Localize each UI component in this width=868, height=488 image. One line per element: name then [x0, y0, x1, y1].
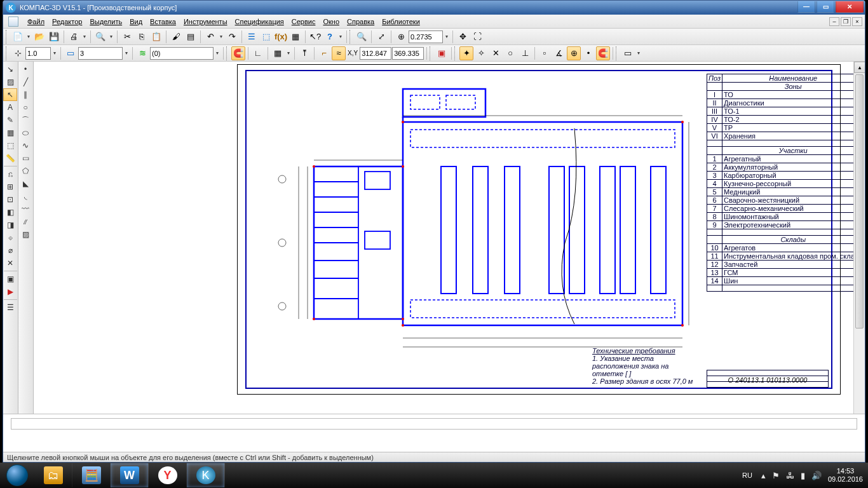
menu-file[interactable]: Файл: [27, 18, 44, 25]
taskbar-word[interactable]: W: [111, 463, 149, 487]
snap-grid-button[interactable]: ▫: [538, 46, 552, 60]
help-cursor-button[interactable]: ↖?: [308, 30, 322, 44]
print-button[interactable]: 🖨: [67, 30, 81, 44]
redo-button[interactable]: ↷: [225, 30, 239, 44]
step-input[interactable]: [25, 47, 51, 60]
drawing-canvas[interactable]: ПозНаименованиеКолВoПримечаниеЗоныIТО1II…: [34, 62, 865, 442]
show-hidden-icon[interactable]: ▴: [761, 471, 766, 480]
network-icon[interactable]: 🖧: [786, 471, 794, 480]
open-button[interactable]: 📂: [32, 30, 46, 44]
scroll-thumb-v[interactable]: [855, 74, 864, 329]
tool2-icon[interactable]: ⊞: [3, 180, 17, 193]
measure-icon[interactable]: 📏: [3, 152, 17, 165]
titlebar[interactable]: K КОМПАС-3D V15.1 - [Производственный ко…: [3, 1, 865, 15]
fillet-icon[interactable]: ◟: [18, 190, 32, 203]
chamfer-icon[interactable]: ◣: [18, 177, 32, 190]
tool4-icon[interactable]: ◧: [3, 206, 17, 219]
snap-mid-button[interactable]: ✧: [474, 46, 488, 60]
copy-button[interactable]: ⎘: [135, 30, 149, 44]
parallel-icon[interactable]: ∥: [18, 88, 32, 101]
zoom-dropdown[interactable]: ▾: [444, 34, 450, 39]
help-dropdown[interactable]: ▾: [337, 34, 344, 39]
text-icon[interactable]: A: [3, 101, 17, 114]
ellipse-icon[interactable]: ⬭: [18, 126, 32, 139]
help-button[interactable]: ?: [323, 30, 337, 44]
format-painter-button[interactable]: 🖌: [169, 30, 183, 44]
stop-icon[interactable]: ▶: [3, 285, 17, 298]
taskbar-calc[interactable]: 🧮: [72, 463, 111, 487]
language-indicator[interactable]: RU: [740, 470, 755, 480]
close-button[interactable]: ✕: [836, 1, 864, 13]
zoom-scale-button[interactable]: ⊕: [394, 30, 408, 44]
menu-spec[interactable]: Спецификация: [235, 18, 284, 25]
snap-center-button[interactable]: ⊕: [567, 46, 581, 60]
minimize-button[interactable]: —: [797, 1, 815, 13]
snap-normal-button[interactable]: ⊥: [518, 46, 532, 60]
new-dropdown[interactable]: ▾: [25, 34, 32, 39]
start-button[interactable]: [0, 463, 34, 488]
command-input[interactable]: [11, 418, 857, 430]
param-icon[interactable]: ⬚: [3, 139, 17, 152]
hatch2-icon[interactable]: ▨: [18, 228, 32, 241]
mdi-restore-button[interactable]: ❐: [841, 17, 851, 26]
mdi-close-button[interactable]: ×: [852, 17, 862, 26]
taskbar-kompas[interactable]: K: [187, 463, 225, 487]
menu-help[interactable]: Справка: [347, 18, 374, 25]
report-button[interactable]: ▦: [288, 30, 302, 44]
menu-tools[interactable]: Инструменты: [184, 18, 227, 25]
menu-insert[interactable]: Вставка: [150, 18, 176, 25]
snap-intersect-button[interactable]: ✕: [489, 46, 503, 60]
undo-dropdown[interactable]: ▾: [218, 34, 224, 39]
grid-dropdown[interactable]: ▾: [285, 50, 292, 56]
selection-icon[interactable]: ↖: [3, 88, 17, 101]
extra-dropdown[interactable]: ▾: [635, 50, 642, 56]
tool3-icon[interactable]: ⊡: [3, 193, 17, 206]
library-manager-button[interactable]: ☰: [245, 30, 259, 44]
zoom-input[interactable]: [409, 30, 443, 43]
local-cs-button[interactable]: ⤒: [297, 46, 311, 60]
curve-icon[interactable]: 〰: [18, 203, 32, 215]
zoom-window-button[interactable]: 🔍: [355, 30, 369, 44]
edit-icon[interactable]: ✎: [3, 114, 17, 126]
mdi-minimize-button[interactable]: –: [829, 17, 839, 26]
tool5-icon[interactable]: ◨: [3, 219, 17, 231]
taskbar-yandex[interactable]: Y: [149, 463, 187, 487]
snap-toggle-button[interactable]: 🧲: [231, 46, 245, 60]
scroll-up-button[interactable]: ▲: [854, 62, 865, 73]
circle-icon[interactable]: ○: [18, 101, 32, 114]
properties-button[interactable]: ▤: [184, 30, 198, 44]
print-dropdown[interactable]: ▾: [81, 34, 88, 39]
zoom-dynamic-button[interactable]: ⤢: [374, 30, 388, 44]
menu-window[interactable]: Окно: [323, 18, 339, 25]
tool9-icon[interactable]: ▣: [3, 273, 17, 285]
line-icon[interactable]: ╱: [18, 76, 32, 88]
menu-view[interactable]: Вид: [130, 18, 142, 25]
snap-point-button[interactable]: •: [581, 46, 595, 60]
style-dropdown[interactable]: ▾: [123, 50, 130, 56]
menu-libraries[interactable]: Библиотеки: [382, 18, 420, 25]
tool1-icon[interactable]: ⎌: [3, 168, 17, 180]
preview-dropdown[interactable]: ▾: [108, 34, 114, 39]
point-icon[interactable]: •: [18, 63, 32, 76]
offset-icon[interactable]: ⫽: [18, 215, 32, 228]
snap-tangent-button[interactable]: ○: [503, 46, 517, 60]
ortho-button[interactable]: ∟: [251, 46, 265, 60]
grid-button[interactable]: ▦: [271, 46, 285, 60]
volume-icon[interactable]: 🔊: [811, 471, 822, 480]
maximize-button[interactable]: ▭: [817, 1, 834, 13]
battery-icon[interactable]: ▮: [801, 471, 805, 480]
layer-input[interactable]: [150, 47, 214, 60]
new-button[interactable]: 📄: [11, 30, 25, 44]
document-icon[interactable]: [8, 17, 18, 27]
tool10-icon[interactable]: ☰: [3, 301, 17, 314]
layer-dropdown[interactable]: ▾: [214, 50, 220, 56]
zoom-fit-button[interactable]: ⛶: [470, 30, 484, 44]
menu-select[interactable]: Выделить: [90, 18, 122, 25]
coord-x-input[interactable]: [360, 47, 391, 60]
snap-global-button[interactable]: 🧲: [596, 46, 610, 60]
tool7-icon[interactable]: ⌀: [3, 244, 17, 257]
style-input[interactable]: [78, 47, 123, 60]
geometry-icon[interactable]: ↘: [3, 63, 17, 76]
flag-icon[interactable]: ⚑: [772, 471, 780, 480]
polygon-icon[interactable]: ⬠: [18, 165, 32, 177]
